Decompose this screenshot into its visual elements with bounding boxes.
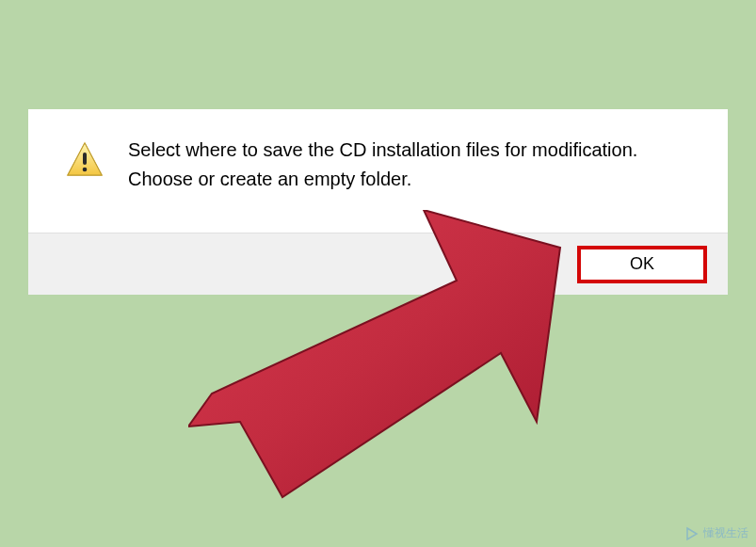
svg-rect-0 (83, 153, 87, 165)
watermark: 懂视生活 (684, 525, 748, 541)
watermark-logo-icon (684, 526, 700, 541)
dialog-footer: OK (28, 233, 728, 295)
svg-point-1 (83, 168, 88, 172)
watermark-text: 懂视生活 (703, 525, 748, 541)
message-dialog: Select where to save the CD installation… (28, 109, 728, 295)
ok-button[interactable]: OK (577, 246, 707, 283)
dialog-body: Select where to save the CD installation… (28, 109, 728, 233)
dialog-message: Select where to save the CD installation… (128, 136, 705, 194)
warning-icon (64, 139, 105, 181)
